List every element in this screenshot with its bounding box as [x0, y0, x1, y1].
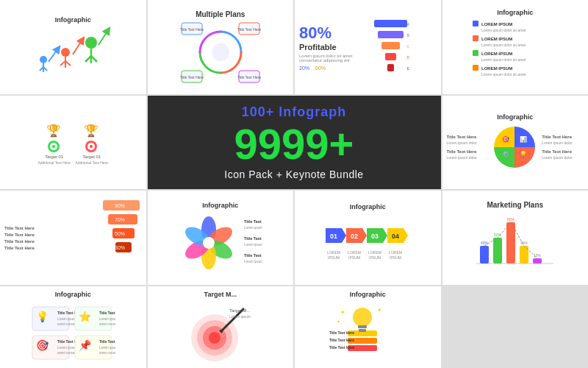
svg-text:IPSUM: IPSUM: [348, 255, 360, 260]
cell-funnel-right: Title Text Here Title Text Here Title Te…: [0, 191, 146, 285]
cell-lightbulb: Infographic ✦ ✦ ✦ Title Text Here Title …: [295, 286, 441, 368]
svg-point-4: [61, 48, 70, 57]
svg-point-0: [40, 56, 47, 63]
svg-text:Title Text Here: Title Text Here: [329, 345, 354, 350]
svg-text:🏆: 🏆: [46, 124, 61, 138]
cell-profitable: 80% Profitable Lorem ipsum dolor sit ame…: [295, 0, 441, 94]
cell6-text2: Title Text Here: [447, 149, 489, 154]
pie-svg: 📊 💡 ⚙️ 🎯: [491, 124, 539, 171]
profitable-pct1: 20%: [299, 66, 309, 71]
cell-number-arrows: Infographic 01 02 03 04 LOREM IPSUM LORE…: [295, 191, 441, 285]
svg-text:Title Text Here: Title Text Here: [329, 330, 354, 335]
svg-text:E: E: [407, 66, 410, 71]
svg-rect-41: [473, 65, 478, 71]
svg-text:✦: ✦: [377, 307, 382, 314]
svg-text:💡: 💡: [35, 311, 49, 323]
svg-text:LOREM: LOREM: [389, 250, 402, 255]
svg-rect-38: [473, 50, 478, 56]
svg-rect-22: [374, 20, 407, 27]
multiple-plans-svg: Title Text Here Title Text Here Title Te…: [180, 21, 261, 84]
target-icon-2: 🏆 Target 01 Additional Text Here: [75, 120, 108, 165]
svg-line-7: [65, 61, 71, 66]
svg-text:IPSUM: IPSUM: [369, 255, 381, 260]
svg-text:IPSUM: IPSUM: [328, 255, 340, 260]
svg-text:Lorem ipsum dolor sit: Lorem ipsum dolor sit: [99, 317, 115, 321]
cell12-title: Infographic: [55, 291, 91, 298]
svg-text:04: 04: [392, 233, 399, 240]
profitable-label: Profitable: [299, 43, 365, 52]
svg-text:50%: 50%: [114, 231, 124, 236]
svg-text:IPSUM: IPSUM: [390, 255, 401, 260]
marketing-svg: 40% 50% 80% 30% 10%: [473, 212, 557, 275]
svg-rect-94: [480, 246, 489, 263]
svg-text:70%: 70%: [114, 217, 124, 222]
svg-text:Lorem ipsum dolor sit amet: Lorem ipsum dolor sit amet: [481, 57, 526, 62]
profitable-pct2: 60%: [315, 66, 326, 71]
svg-text:B: B: [407, 33, 410, 38]
svg-text:Lorem ipsum dolor sit amet: Lorem ipsum dolor sit amet: [481, 28, 526, 32]
svg-text:A: A: [407, 22, 410, 26]
cell2-title: Multiple Plans: [196, 10, 245, 18]
arrow-chart-svg: [32, 19, 113, 78]
target2-sublabel: Additional Text Here: [75, 160, 108, 165]
svg-text:🎯: 🎯: [35, 339, 49, 352]
infographic-list-svg: LOREM IPSUM Lorem ipsum dolor sit amet L…: [473, 19, 557, 85]
cell-multiple-plans: Multiple Plans Title Text Here Title Tex…: [148, 0, 294, 94]
target-svg-1: 🏆: [37, 120, 71, 153]
svg-rect-137: [359, 329, 366, 332]
svg-text:Title Text Here: Title Text Here: [99, 339, 115, 344]
svg-rect-32: [473, 21, 478, 26]
svg-text:Lorem ipsum dolor: Lorem ipsum dolor: [244, 243, 262, 247]
svg-text:03: 03: [371, 233, 379, 240]
svg-text:LOREM: LOREM: [368, 250, 381, 255]
cell9-title: Infographic: [202, 202, 238, 209]
svg-text:LOREM: LOREM: [348, 250, 361, 255]
svg-text:30%: 30%: [520, 241, 528, 245]
svg-text:💡: 💡: [520, 150, 527, 158]
cell-target-icons: 🏆 Target 01 Additional Text Here 🏆 Targe…: [0, 96, 146, 190]
svg-text:Title Text Here: Title Text Here: [244, 253, 262, 258]
cell8-title: Infographic: [350, 291, 386, 298]
cell6-title: Infographic: [497, 113, 533, 121]
svg-text:Title Text Here: Title Text Here: [237, 27, 261, 32]
cell6-text3: Title Text Here: [542, 135, 584, 139]
svg-rect-25: [385, 53, 396, 60]
svg-rect-136: [358, 325, 367, 328]
target-icon-1: 🏆 Target 01 Additional Text Here: [37, 120, 71, 165]
svg-text:30%: 30%: [114, 245, 124, 250]
cell-infographic-list: Infographic LOREM IPSUM Lorem ipsum dolo…: [442, 0, 589, 94]
svg-rect-35: [473, 35, 478, 41]
svg-text:D: D: [407, 55, 410, 60]
svg-point-127: [209, 332, 220, 344]
cell10-title: Infographic: [350, 203, 386, 210]
svg-text:10%: 10%: [534, 253, 542, 258]
svg-rect-98: [506, 222, 515, 263]
svg-text:Lorem ipsum dolor: Lorem ipsum dolor: [244, 226, 262, 230]
svg-text:Title Text Here: Title Text Here: [244, 219, 262, 224]
svg-text:Title Text Here: Title Text Here: [180, 27, 204, 32]
svg-text:LOREM IPSUM: LOREM IPSUM: [481, 22, 512, 26]
hero-cell: 100+ Infograph 9999+ Icon Pack + Keynote…: [148, 96, 441, 190]
svg-text:Title Text Here: Title Text Here: [237, 75, 261, 79]
svg-point-47: [52, 145, 55, 148]
svg-text:Lorem ipsum dolor: Lorem ipsum dolor: [244, 260, 262, 263]
svg-text:Title Text Here: Title Text Here: [329, 338, 354, 342]
svg-text:Title Text Here: Title Text Here: [99, 311, 115, 315]
number-arrows-svg: 01 02 03 04 LOREM IPSUM LOREM IPSUM LORE…: [326, 213, 410, 272]
svg-text:Lorem ipsum dolor sit: Lorem ipsum dolor sit: [99, 346, 115, 350]
hero-bottom-label: Icon Pack + Keynote Bundle: [224, 169, 363, 180]
svg-text:Lorem ipsum dolor sit amet: Lorem ipsum dolor sit amet: [481, 72, 526, 77]
row3-icons-svg: 💡 Title Text Here Lorem ipsum dolor sit …: [31, 301, 115, 364]
cell-arrow-chart: Infographic: [0, 0, 146, 94]
svg-rect-24: [381, 42, 400, 49]
cell11-title: Marketing Plans: [487, 201, 543, 209]
svg-point-70: [203, 237, 215, 249]
hero-number: 9999+: [234, 123, 354, 166]
svg-point-8: [85, 37, 97, 49]
svg-text:01: 01: [330, 233, 337, 240]
svg-text:LOREM IPSUM: LOREM IPSUM: [481, 66, 512, 71]
target2-label: Target 01: [82, 155, 101, 159]
svg-text:amet consectetur: amet consectetur: [99, 351, 115, 355]
profitable-percent: 80%: [299, 24, 365, 43]
svg-text:⭐: ⭐: [78, 311, 91, 323]
